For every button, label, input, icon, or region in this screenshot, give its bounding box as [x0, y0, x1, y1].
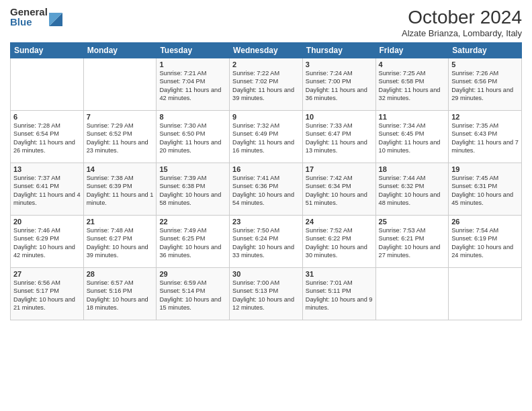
calendar-day-cell: 10Sunrise: 7:33 AMSunset: 6:47 PMDayligh… [302, 111, 375, 163]
calendar-day-cell: 3Sunrise: 7:24 AMSunset: 7:00 PMDaylight… [302, 58, 375, 111]
day-info: Sunrise: 7:46 AMSunset: 6:29 PMDaylight:… [13, 226, 81, 260]
calendar-day-cell [83, 58, 157, 111]
header: General Blue October 2024 Alzate Brianza… [10, 7, 522, 38]
day-info: Sunrise: 7:24 AMSunset: 7:00 PMDaylight:… [306, 69, 373, 103]
calendar-day-cell: 12Sunrise: 7:35 AMSunset: 6:43 PMDayligh… [449, 111, 522, 163]
calendar-header-cell: Saturday [449, 43, 522, 58]
day-info: Sunrise: 7:01 AMSunset: 5:11 PMDaylight:… [306, 279, 373, 312]
day-number: 19 [451, 165, 519, 173]
day-number: 7 [87, 113, 154, 121]
calendar-header-cell: Thursday [302, 43, 375, 58]
day-info: Sunrise: 7:30 AMSunset: 6:50 PMDaylight:… [159, 122, 226, 155]
day-number: 8 [159, 113, 226, 121]
day-info: Sunrise: 7:38 AMSunset: 6:39 PMDaylight:… [87, 174, 154, 208]
day-info: Sunrise: 7:29 AMSunset: 6:52 PMDaylight:… [87, 122, 154, 155]
day-info: Sunrise: 6:56 AMSunset: 5:17 PMDaylight:… [13, 279, 81, 312]
day-number: 21 [87, 218, 154, 226]
calendar-header-cell: Friday [375, 43, 449, 58]
day-number: 4 [379, 60, 446, 68]
day-info: Sunrise: 7:32 AMSunset: 6:49 PMDaylight:… [232, 122, 300, 155]
calendar-day-cell: 9Sunrise: 7:32 AMSunset: 6:49 PMDaylight… [230, 111, 303, 163]
calendar-day-cell: 18Sunrise: 7:44 AMSunset: 6:32 PMDayligh… [375, 163, 449, 216]
day-number: 25 [379, 218, 446, 226]
day-info: Sunrise: 6:57 AMSunset: 5:16 PMDaylight:… [87, 279, 154, 312]
logo: General Blue [10, 7, 62, 27]
calendar-day-cell: 31Sunrise: 7:01 AMSunset: 5:11 PMDayligh… [302, 268, 375, 320]
calendar-day-cell: 5Sunrise: 7:26 AMSunset: 6:56 PMDaylight… [449, 58, 522, 111]
day-number: 18 [379, 165, 446, 173]
calendar-day-cell: 16Sunrise: 7:41 AMSunset: 6:36 PMDayligh… [230, 163, 303, 216]
day-info: Sunrise: 7:49 AMSunset: 6:25 PMDaylight:… [159, 226, 226, 260]
day-number: 13 [13, 165, 81, 173]
day-number: 17 [306, 165, 373, 173]
day-number: 1 [159, 60, 226, 68]
day-number: 14 [87, 165, 154, 173]
day-number: 15 [159, 165, 226, 173]
day-number: 10 [306, 113, 373, 121]
calendar-header-cell: Sunday [11, 43, 84, 58]
day-number: 29 [159, 270, 226, 278]
calendar-week-row: 27Sunrise: 6:56 AMSunset: 5:17 PMDayligh… [11, 268, 522, 320]
day-info: Sunrise: 7:54 AMSunset: 6:19 PMDaylight:… [451, 226, 519, 260]
calendar-week-row: 20Sunrise: 7:46 AMSunset: 6:29 PMDayligh… [11, 216, 522, 268]
day-number: 5 [451, 60, 519, 68]
day-number: 12 [451, 113, 519, 121]
day-info: Sunrise: 7:37 AMSunset: 6:41 PMDaylight:… [13, 174, 81, 208]
calendar-day-cell: 1Sunrise: 7:21 AMSunset: 7:04 PMDaylight… [157, 58, 230, 111]
day-number: 24 [306, 218, 373, 226]
day-info: Sunrise: 7:25 AMSunset: 6:58 PMDaylight:… [379, 69, 446, 103]
calendar-day-cell: 6Sunrise: 7:28 AMSunset: 6:54 PMDaylight… [11, 111, 84, 163]
page: General Blue October 2024 Alzate Brianza… [0, 0, 532, 411]
calendar-day-cell: 28Sunrise: 6:57 AMSunset: 5:16 PMDayligh… [83, 268, 157, 320]
calendar-day-cell [449, 268, 522, 320]
day-number: 22 [159, 218, 226, 226]
day-number: 9 [232, 113, 300, 121]
day-info: Sunrise: 7:50 AMSunset: 6:24 PMDaylight:… [232, 226, 300, 260]
day-info: Sunrise: 7:22 AMSunset: 7:02 PMDaylight:… [232, 69, 300, 103]
calendar-day-cell: 15Sunrise: 7:39 AMSunset: 6:38 PMDayligh… [157, 163, 230, 216]
day-info: Sunrise: 7:48 AMSunset: 6:27 PMDaylight:… [87, 226, 154, 260]
calendar-week-row: 13Sunrise: 7:37 AMSunset: 6:41 PMDayligh… [11, 163, 522, 216]
day-number: 20 [13, 218, 81, 226]
calendar-day-cell: 8Sunrise: 7:30 AMSunset: 6:50 PMDaylight… [157, 111, 230, 163]
day-info: Sunrise: 7:34 AMSunset: 6:45 PMDaylight:… [379, 122, 446, 155]
calendar-day-cell [11, 58, 84, 111]
day-info: Sunrise: 7:39 AMSunset: 6:38 PMDaylight:… [159, 174, 226, 208]
day-info: Sunrise: 7:00 AMSunset: 5:13 PMDaylight:… [232, 279, 300, 312]
calendar-day-cell: 14Sunrise: 7:38 AMSunset: 6:39 PMDayligh… [83, 163, 157, 216]
day-info: Sunrise: 7:28 AMSunset: 6:54 PMDaylight:… [13, 122, 81, 155]
day-number: 30 [232, 270, 300, 278]
day-info: Sunrise: 7:26 AMSunset: 6:56 PMDaylight:… [451, 69, 519, 103]
day-number: 27 [13, 270, 81, 278]
calendar-day-cell: 7Sunrise: 7:29 AMSunset: 6:52 PMDaylight… [83, 111, 157, 163]
day-number: 31 [306, 270, 373, 278]
calendar-header-cell: Monday [83, 43, 157, 58]
day-number: 6 [13, 113, 81, 121]
calendar-day-cell: 2Sunrise: 7:22 AMSunset: 7:02 PMDaylight… [230, 58, 303, 111]
day-number: 2 [232, 60, 300, 68]
calendar-header-row: SundayMondayTuesdayWednesdayThursdayFrid… [11, 43, 522, 58]
calendar-day-cell: 29Sunrise: 6:59 AMSunset: 5:14 PMDayligh… [157, 268, 230, 320]
calendar-day-cell: 25Sunrise: 7:53 AMSunset: 6:21 PMDayligh… [375, 216, 449, 268]
day-info: Sunrise: 7:44 AMSunset: 6:32 PMDaylight:… [379, 174, 446, 208]
day-number: 3 [306, 60, 373, 68]
calendar-day-cell: 21Sunrise: 7:48 AMSunset: 6:27 PMDayligh… [83, 216, 157, 268]
day-number: 28 [87, 270, 154, 278]
day-info: Sunrise: 7:53 AMSunset: 6:21 PMDaylight:… [379, 226, 446, 260]
day-info: Sunrise: 6:59 AMSunset: 5:14 PMDaylight:… [159, 279, 226, 312]
logo-icon [49, 7, 62, 26]
calendar-day-cell: 19Sunrise: 7:45 AMSunset: 6:31 PMDayligh… [449, 163, 522, 216]
calendar-day-cell [375, 268, 449, 320]
day-number: 16 [232, 165, 300, 173]
title-block: October 2024 Alzate Brianza, Lombardy, I… [402, 7, 522, 38]
logo-general: General [10, 7, 48, 17]
day-info: Sunrise: 7:35 AMSunset: 6:43 PMDaylight:… [451, 122, 519, 155]
calendar-day-cell: 23Sunrise: 7:50 AMSunset: 6:24 PMDayligh… [230, 216, 303, 268]
calendar-week-row: 6Sunrise: 7:28 AMSunset: 6:54 PMDaylight… [11, 111, 522, 163]
location-subtitle: Alzate Brianza, Lombardy, Italy [402, 28, 522, 38]
calendar-day-cell: 13Sunrise: 7:37 AMSunset: 6:41 PMDayligh… [11, 163, 84, 216]
logo-blue: Blue [10, 17, 48, 27]
month-title: October 2024 [402, 7, 522, 28]
day-info: Sunrise: 7:33 AMSunset: 6:47 PMDaylight:… [306, 122, 373, 155]
day-number: 26 [451, 218, 519, 226]
